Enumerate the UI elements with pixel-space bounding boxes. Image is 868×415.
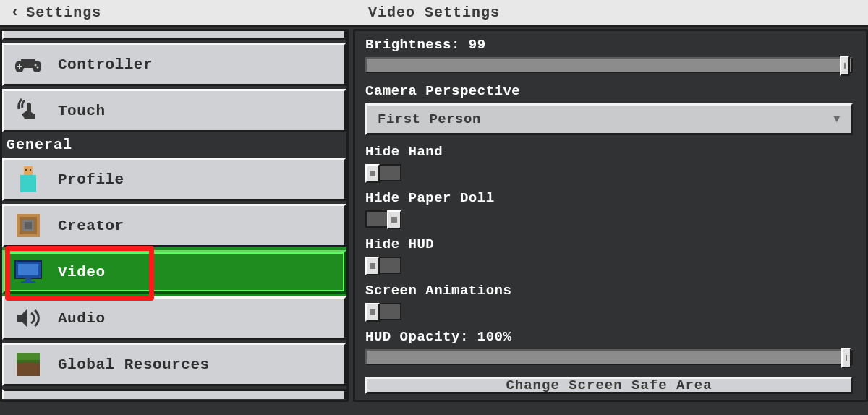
content-panel: Brightness: 99 Camera Perspective First … [353, 29, 868, 402]
sidebar-item-controller[interactable]: Controller [2, 43, 346, 86]
svg-rect-9 [30, 169, 31, 171]
creator-icon [12, 209, 45, 242]
sidebar-item-label: Profile [58, 171, 124, 188]
toggle-knob [365, 164, 380, 183]
page-title: Video Settings [0, 4, 868, 21]
camera-perspective-dropdown[interactable]: First Person ▼ [365, 103, 853, 135]
svg-rect-17 [25, 278, 31, 281]
svg-rect-10 [20, 175, 36, 192]
sidebar-heading-general: General [2, 135, 346, 155]
svg-point-5 [35, 64, 37, 67]
profile-icon [12, 163, 45, 196]
hide-hud-label: Hide HUD [365, 236, 853, 252]
svg-point-6 [37, 67, 39, 69]
camera-perspective-label: Camera Perspective [365, 83, 853, 99]
sidebar-item-audio[interactable]: Audio [2, 296, 346, 340]
back-button[interactable]: ‹ Settings [0, 0, 111, 25]
sidebar-item-profile[interactable]: Profile [2, 158, 346, 201]
sidebar-item-label: Creator [58, 218, 124, 234]
sidebar-item-label: Controller [58, 56, 153, 73]
sidebar-item-label: Video [58, 264, 106, 281]
sidebar-item-label: Global Resources [58, 356, 210, 373]
chevron-down-icon: ▼ [833, 113, 841, 126]
svg-rect-4 [17, 66, 22, 67]
svg-rect-14 [25, 222, 32, 229]
svg-rect-16 [18, 264, 38, 275]
toggle-knob [387, 210, 401, 229]
screen-animations-label: Screen Animations [365, 283, 853, 299]
svg-rect-21 [17, 360, 40, 363]
hud-opacity-label: HUD Opacity: 100% [365, 329, 853, 345]
toggle-knob [365, 257, 380, 275]
sidebar-item-video[interactable]: Video [2, 250, 346, 294]
hide-hand-label: Hide Hand [365, 144, 853, 160]
sidebar-item-touch[interactable]: Touch [2, 89, 346, 132]
dropdown-value: First Person [378, 111, 481, 127]
svg-rect-7 [24, 166, 33, 175]
hide-hud-toggle[interactable] [365, 257, 401, 274]
audio-icon [12, 301, 45, 335]
hide-paper-doll-label: Hide Paper Doll [365, 190, 853, 206]
sidebar-item-creator[interactable]: Creator [2, 204, 346, 247]
brightness-slider[interactable] [365, 57, 853, 73]
hud-opacity-slider[interactable] [365, 349, 853, 365]
sidebar-item-global-resources[interactable]: Global Resources [2, 343, 346, 386]
hide-hand-toggle[interactable] [365, 164, 401, 181]
sidebar-item-prev-partial[interactable] [2, 31, 346, 40]
sidebar-item-label: Audio [58, 310, 106, 327]
svg-rect-8 [25, 169, 27, 171]
svg-rect-18 [21, 281, 35, 283]
controller-icon [12, 48, 45, 81]
hide-paper-doll-toggle[interactable] [365, 210, 401, 228]
touch-icon [12, 94, 45, 127]
toggle-knob [365, 303, 380, 322]
brightness-label: Brightness: 99 [365, 37, 853, 53]
button-label: Change Screen Safe Area [506, 377, 712, 393]
top-bar: ‹ Settings Video Settings [0, 0, 868, 27]
chevron-left-icon: ‹ [10, 4, 20, 22]
change-safe-area-button[interactable]: Change Screen Safe Area [365, 377, 853, 394]
slider-thumb[interactable] [841, 348, 851, 368]
screen-animations-toggle[interactable] [365, 303, 401, 320]
video-icon [12, 255, 45, 288]
global-resources-icon [12, 348, 45, 381]
svg-rect-20 [17, 361, 40, 376]
sidebar-item-next-partial[interactable] [2, 389, 346, 399]
sidebar: Controller Touch General Profile Crea [0, 29, 349, 402]
back-label: Settings [26, 4, 101, 21]
sidebar-item-label: Touch [58, 103, 106, 119]
slider-thumb[interactable] [840, 56, 850, 76]
